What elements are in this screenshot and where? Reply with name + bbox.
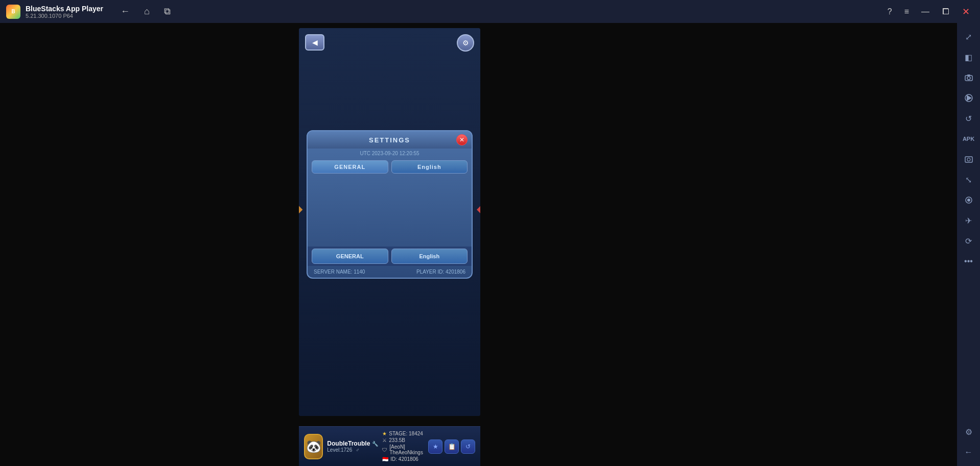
app-version: 5.21.300.1070 P64 xyxy=(26,13,103,19)
tab-general[interactable]: GENERAL xyxy=(312,160,388,174)
menu-button[interactable]: ≡ xyxy=(900,5,913,18)
game-back-button[interactable]: ◀ xyxy=(305,34,324,51)
tab-english[interactable]: English xyxy=(391,160,468,174)
back-bottom-icon[interactable]: ← xyxy=(959,443,978,462)
game-gear-button[interactable]: ⚙ xyxy=(457,34,474,52)
title-bar: B BlueStacks App Player 5.21.300.1070 P6… xyxy=(0,0,980,23)
flight-icon[interactable]: ✈ xyxy=(959,211,978,230)
player-list-button[interactable]: 📋 xyxy=(445,439,459,454)
svg-rect-5 xyxy=(965,157,972,162)
stat-stage: ★ STAGE: 18424 xyxy=(382,431,424,436)
settings-tab-extra1[interactable]: GENERAL xyxy=(312,249,388,264)
player-card: 🐼 DoubleTrouble 🔧 Level:1726 ♂ ★ STAGE: … xyxy=(299,426,480,466)
nav-back-button[interactable]: ← xyxy=(119,4,132,19)
minimize-button[interactable]: — xyxy=(917,5,934,18)
stat-power: ⚔ 233.5B xyxy=(382,437,424,443)
play-icon[interactable] xyxy=(959,88,978,108)
player-stats: ★ STAGE: 18424 ⚔ 233.5B 🛡 [AeoN] TheAeoN… xyxy=(382,431,424,462)
layers-icon[interactable]: ◧ xyxy=(959,47,978,67)
settings-panel: SETTINGS ✕ UTC 2023-09-20 12:20:55 GENER… xyxy=(307,130,473,279)
settings-title-bar: SETTINGS ✕ xyxy=(308,131,472,149)
stat-id: 🇮🇩 ID: 4201806 xyxy=(382,456,424,462)
svg-rect-2 xyxy=(967,75,970,76)
server-name-label: SERVER NAME: 1140 xyxy=(314,269,365,275)
right-sidebar: ⤢ ◧ ↺ APK ⤡ ✈ ⟳ ••• ⚙ ← xyxy=(957,23,980,466)
svg-point-1 xyxy=(967,77,970,80)
settings-bottom-info: SERVER NAME: 1140 PLAYER ID: 4201806 xyxy=(308,266,472,278)
player-info: DoubleTrouble 🔧 Level:1726 ♂ xyxy=(327,440,378,453)
player-avatar: 🐼 xyxy=(304,434,323,459)
window-controls: ? ≡ — ⧠ ✕ xyxy=(883,4,974,19)
left-decor: ◆ xyxy=(299,203,302,215)
player-name: DoubleTrouble 🔧 xyxy=(327,440,378,447)
resize-icon[interactable]: ⤢ xyxy=(959,27,978,46)
apk-icon[interactable]: APK xyxy=(959,129,978,149)
sync-icon[interactable]: ⟳ xyxy=(959,231,978,251)
nav-home-button[interactable]: ⌂ xyxy=(142,4,152,19)
app-name: BlueStacks App Player xyxy=(26,5,103,13)
player-star-button[interactable]: ★ xyxy=(428,439,442,454)
screenshot-icon[interactable] xyxy=(959,150,978,169)
right-decor: ◆ xyxy=(477,203,480,215)
main-content: ◀ ⚙ SETTINGS ✕ UTC 2023-09-20 12:20:55 G… xyxy=(0,23,957,466)
settings-bottom-icon[interactable]: ⚙ xyxy=(959,422,978,442)
svg-marker-3 xyxy=(967,95,972,101)
player-id-label: PLAYER ID: 4201806 xyxy=(416,269,465,275)
record-icon[interactable] xyxy=(959,190,978,210)
app-logo: B xyxy=(6,5,20,19)
restore-button[interactable]: ⧠ xyxy=(938,5,954,18)
camera-icon[interactable] xyxy=(959,68,978,87)
svg-point-8 xyxy=(967,199,970,202)
app-title-text: BlueStacks App Player 5.21.300.1070 P64 xyxy=(26,5,103,19)
settings-tab-extra2[interactable]: English xyxy=(391,249,468,264)
more-icon[interactable]: ••• xyxy=(959,252,978,271)
nav-copy-button[interactable]: ⧉ xyxy=(162,4,173,19)
rotate-icon[interactable]: ↺ xyxy=(959,109,978,128)
player-refresh-button[interactable]: ↺ xyxy=(461,439,475,454)
stat-guild: 🛡 [AeoN] TheAeoNkings xyxy=(382,444,424,455)
settings-extra-tabs: GENERAL English xyxy=(308,247,472,266)
help-button[interactable]: ? xyxy=(883,5,896,18)
player-action-icons: ★ 📋 ↺ xyxy=(428,439,475,454)
close-button[interactable]: ✕ xyxy=(958,4,974,19)
scale-icon[interactable]: ⤡ xyxy=(959,170,978,189)
settings-timestamp: UTC 2023-09-20 12:20:55 xyxy=(308,149,472,158)
svg-point-6 xyxy=(967,158,970,161)
settings-close-button[interactable]: ✕ xyxy=(456,134,468,145)
game-viewport: ◀ ⚙ SETTINGS ✕ UTC 2023-09-20 12:20:55 G… xyxy=(299,28,480,416)
player-level: Level:1726 ♂ xyxy=(327,447,378,453)
settings-tabs: GENERAL English xyxy=(308,158,472,178)
settings-title: SETTINGS xyxy=(369,136,410,144)
title-nav: ← ⌂ ⧉ xyxy=(119,4,173,19)
